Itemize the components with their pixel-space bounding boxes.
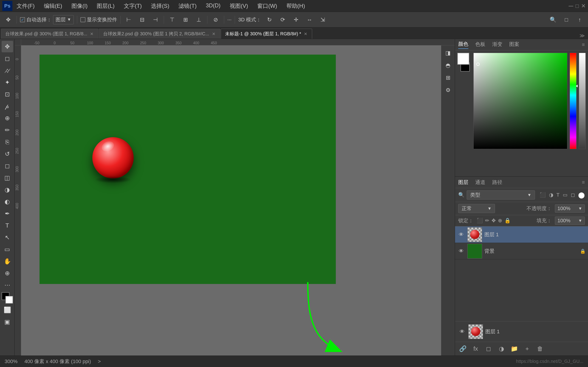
color-blend-button[interactable]: ◓ (442, 60, 454, 71)
lock-transparent-icon[interactable]: ⬛ (477, 218, 483, 224)
3d-slide-button[interactable]: ↔ (304, 15, 314, 25)
lock-image-icon[interactable]: ✏ (485, 218, 489, 224)
tab-channels[interactable]: 通道 (475, 179, 485, 186)
screen-mode-button[interactable]: ▣ (2, 316, 13, 327)
workspace-button[interactable]: □ (561, 15, 571, 25)
3d-rotate-button[interactable]: ↻ (264, 15, 275, 25)
layer-link-button[interactable]: 🔗 (458, 344, 467, 353)
layer-row-1[interactable]: 👁 背景 🔒 (455, 243, 588, 259)
menu-select[interactable]: 选择(S) (149, 1, 171, 10)
gradient-tool[interactable]: ◫ (2, 172, 13, 184)
filter-smart-icon[interactable]: ◻ (571, 192, 575, 198)
layer-new-button[interactable]: + (523, 344, 532, 353)
more-tools[interactable]: ⋯ (2, 279, 13, 291)
minimize-button[interactable]: ─ (569, 2, 573, 10)
layer-fx-button[interactable]: fx (471, 344, 480, 353)
filter-type-icon[interactable]: T (556, 192, 560, 198)
color-picker-button[interactable]: ◨ (442, 47, 454, 59)
magic-wand-tool[interactable]: ✦ (2, 77, 13, 88)
more-options-button[interactable]: ··· (227, 17, 232, 23)
tab-color[interactable]: 颜色 (458, 41, 468, 49)
dodge-tool[interactable]: ◐ (2, 196, 13, 207)
alpha-strip[interactable] (579, 53, 586, 149)
3d-scale-button[interactable]: ⇲ (318, 15, 328, 25)
layer-delete-button[interactable]: 🗑 (536, 344, 545, 353)
tab-patterns[interactable]: 图案 (509, 41, 519, 49)
stamp-tool[interactable]: ⎘ (2, 136, 13, 148)
layer-dropdown[interactable]: 图层 ▼ (53, 15, 74, 24)
quick-mask-button[interactable]: ⬜ (2, 304, 13, 316)
path-selection-tool[interactable]: ↖ (2, 232, 13, 243)
tab-gradients[interactable]: 渐变 (492, 41, 502, 49)
shape-tool[interactable]: ▭ (2, 244, 13, 255)
color-gradient[interactable] (473, 53, 567, 149)
tab-paths[interactable]: 路径 (492, 179, 502, 186)
menu-3d[interactable]: 3D(D) (204, 1, 222, 10)
close-button[interactable]: ✕ (581, 3, 586, 9)
lock-position-icon[interactable]: ⊕ (498, 218, 502, 224)
tab-1[interactable]: 台球效果2.psd @ 300% (图层 1 拷贝 2, RGB/8#/C...… (99, 29, 220, 39)
layer-row-0[interactable]: 👁 图层 1 (455, 226, 588, 243)
layer-mask-button[interactable]: ◻ (484, 344, 493, 353)
tab-2[interactable]: 未标题-1 @ 300% (图层 1, RGB/8#) * ✕ (221, 29, 312, 39)
color-panel-menu[interactable]: ≡ (582, 42, 585, 48)
filter-enable-icon[interactable]: ⬤ (578, 192, 585, 199)
expand-icon[interactable]: > (98, 359, 101, 365)
align-center-h-button[interactable]: ⊟ (137, 15, 147, 25)
foreground-swatch[interactable] (457, 53, 469, 65)
align-middle-button[interactable]: ⊞ (181, 15, 191, 25)
filter-adjustment-icon[interactable]: ◑ (549, 192, 553, 198)
lock-all-icon[interactable]: 🔒 (504, 218, 510, 224)
menu-filter[interactable]: 滤镜(T) (177, 1, 198, 10)
healing-tool[interactable]: ⊕ (2, 112, 13, 124)
3d-roll-button[interactable]: ⟳ (278, 15, 288, 25)
settings-button[interactable]: ⚙ (442, 84, 454, 96)
share-button[interactable]: ↑ (575, 15, 585, 25)
auto-select-checkbox[interactable]: ✓ (20, 17, 25, 22)
tab-swatches[interactable]: 色板 (475, 41, 485, 49)
fill-value[interactable]: 100% ▼ (555, 217, 585, 225)
layers-panel-menu[interactable]: ≡ (582, 179, 585, 185)
move-tool-button[interactable]: ✥ (3, 15, 13, 25)
filter-shape-icon[interactable]: ▭ (563, 192, 568, 198)
layer-adjustment-button[interactable]: ◑ (497, 344, 506, 353)
search-button[interactable]: 🔍 (548, 15, 558, 25)
selection-tool[interactable]: ◻ (2, 53, 13, 64)
menu-image[interactable]: 图像(I) (70, 1, 89, 10)
foreground-background-colors[interactable] (2, 292, 13, 304)
tab-layers[interactable]: 图层 (458, 179, 468, 186)
align-left-button[interactable]: ⊢ (124, 15, 134, 25)
menu-file[interactable]: 文件(F) (15, 1, 36, 10)
menu-view[interactable]: 视图(V) (228, 1, 250, 10)
document-canvas[interactable] (21, 45, 441, 356)
menu-window[interactable]: 窗口(W) (256, 1, 279, 10)
3d-pan-button[interactable]: ✛ (291, 15, 301, 25)
lock-artboard-icon[interactable]: ✥ (492, 218, 496, 224)
maximize-button[interactable]: □ (576, 3, 579, 9)
filter-pixel-icon[interactable]: ⬛ (540, 192, 546, 198)
align-bottom-button[interactable]: ⊥ (194, 15, 204, 25)
menu-help[interactable]: 帮助(H) (285, 1, 306, 10)
panels-collapse[interactable]: ≫ (579, 33, 585, 39)
menu-edit[interactable]: 编辑(E) (43, 1, 64, 10)
align-right-button[interactable]: ⊣ (150, 15, 161, 25)
pen-tool[interactable]: ✒ (2, 208, 13, 219)
bottom-layer-visibility[interactable]: 👁 (458, 328, 466, 336)
layer-group-button[interactable]: 📁 (510, 344, 519, 353)
move-tool[interactable]: ✥ (2, 41, 13, 52)
opacity-value[interactable]: 100% ▼ (555, 204, 585, 213)
layers-type-dropdown[interactable]: 类型 ▼ (467, 190, 535, 200)
layer-1-visibility[interactable]: 👁 (457, 247, 465, 255)
align-top-button[interactable]: ⊤ (167, 15, 177, 25)
tab-2-close[interactable]: ✕ (303, 31, 308, 36)
distribute-button[interactable]: ⊘ (211, 15, 221, 25)
crop-tool[interactable]: ⊡ (2, 89, 13, 100)
lasso-tool[interactable]: ⌭ (2, 65, 13, 76)
tab-0-close[interactable]: ✕ (90, 31, 94, 36)
brush-settings-button[interactable]: ⊞ (442, 72, 454, 83)
zoom-tool[interactable]: ⊕ (2, 267, 13, 279)
history-brush-tool[interactable]: ↺ (2, 148, 13, 160)
eraser-tool[interactable]: ◻ (2, 160, 13, 172)
show-transform-checkbox[interactable] (80, 17, 86, 22)
eyedropper-tool[interactable]: 𝓅 (2, 100, 13, 112)
